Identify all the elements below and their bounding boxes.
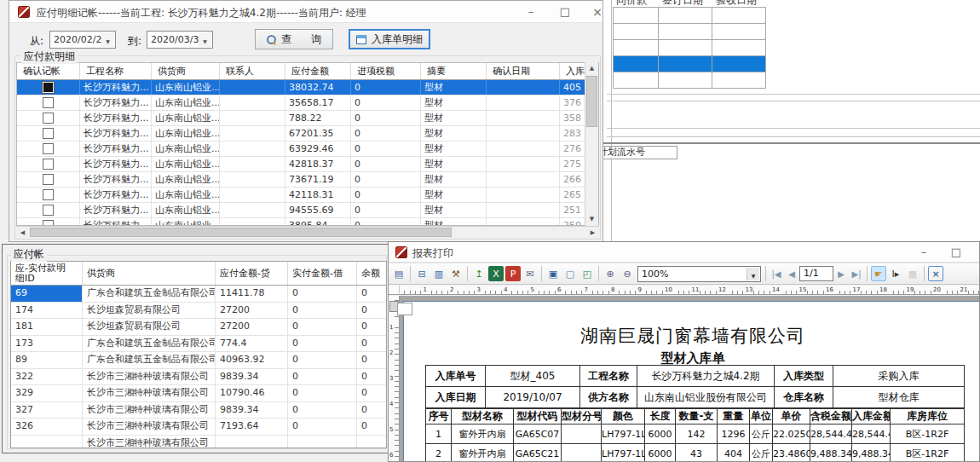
table-row[interactable]: 长沙万科魅力...山东南山铝业...67201.350型材283 (17, 126, 598, 141)
column-header-4[interactable]: 实付金额-借 (288, 262, 357, 285)
title-bar[interactable]: 报表打印 – □ × (389, 242, 979, 263)
confirm-checkbox[interactable] (43, 220, 54, 225)
previous-page-button[interactable]: ◀ (784, 269, 799, 279)
confirm-checkbox[interactable] (43, 113, 54, 124)
query-button[interactable]: 查 询 (255, 29, 333, 49)
detail-column-header: 数量-支 (676, 409, 718, 424)
column-header-9[interactable]: 入库 (560, 63, 586, 79)
export-icon[interactable]: ↥ (471, 266, 487, 281)
column-header-3[interactable]: 应付金额-贷 (216, 262, 288, 285)
vertical-scrollbar[interactable] (585, 62, 598, 226)
last-page-button[interactable]: ▶| (849, 269, 864, 279)
toc-panel-icon[interactable]: ▤ (391, 266, 406, 281)
confirm-checkbox[interactable] (43, 159, 54, 170)
page-corner-handle[interactable] (397, 303, 412, 315)
cell (712, 56, 765, 72)
table-row[interactable]: 327长沙市三湘特种玻璃有限公司9839.3400 (11, 402, 386, 419)
cell-summary: 型材 (421, 80, 487, 95)
table-row[interactable]: 长沙万科魅力...山东南山铝业...94555.690型材251 (17, 203, 598, 218)
table-row[interactable]: 181长沙坦森贸易有限公司2720000 (11, 319, 386, 336)
zoom-in-icon[interactable]: ⊕ (602, 266, 618, 281)
table-row[interactable]: 322长沙市三湘特种玻璃有限公司9839.3400 (11, 369, 386, 386)
export-excel-icon[interactable]: X (488, 266, 504, 281)
scrollbar-thumb[interactable] (586, 76, 597, 127)
chevron-down-icon[interactable] (101, 32, 114, 47)
to-date-combobox[interactable]: 2020/03/31 (147, 31, 213, 49)
table-row[interactable]: 长沙万科魅力...山东南山铝业...38032.740型材405 (17, 80, 598, 95)
close-button[interactable]: × (975, 243, 980, 262)
table-row[interactable]: 长沙万科魅力...山东南山铝业...35658.170型材376 (17, 95, 598, 111)
table-row[interactable]: 长沙市三湘特种玻璃有限公司 (11, 436, 386, 448)
confirm-checkbox[interactable] (43, 82, 54, 93)
confirm-checkbox[interactable] (43, 128, 54, 139)
export-html-icon[interactable]: ◰ (579, 266, 595, 281)
column-header-2[interactable]: 供货商 (83, 262, 216, 285)
maximize-button[interactable]: □ (944, 243, 968, 262)
confirm-checkbox[interactable] (43, 189, 54, 200)
scroll-left-icon[interactable] (16, 227, 29, 238)
column-header-2[interactable]: 工程名称 (80, 63, 152, 79)
design-icon[interactable]: ⚒ (448, 266, 464, 281)
column-header-7[interactable]: 摘要 (421, 63, 487, 79)
page-icon[interactable]: ▢ (562, 266, 578, 281)
first-page-button[interactable]: |◀ (769, 269, 784, 279)
zoom-level-value: 100% (642, 269, 668, 280)
zoom-out-icon[interactable]: ⊖ (620, 266, 635, 281)
table-row[interactable] (614, 40, 765, 56)
title-bar[interactable]: 应付明细记帐------当前工程: 长沙万科魅力之城4.2期------当前用户… (9, 1, 602, 23)
scroll-right-icon[interactable] (586, 227, 599, 238)
table-row[interactable]: 长沙万科魅力...山东南山铝业...73671.190型材266 (17, 172, 598, 188)
from-date-combobox[interactable]: 2020/02/29 (49, 31, 116, 49)
text-select-icon[interactable]: I▸ (888, 266, 903, 281)
column-header-4[interactable]: 联系人 (220, 63, 285, 79)
table-row[interactable]: 长沙万科魅力...山东南山铝业...42818.370型材275 (17, 157, 598, 172)
zoom-level-combobox[interactable]: 100% (637, 266, 761, 282)
chevron-down-icon[interactable] (199, 32, 211, 47)
table-row[interactable]: 69广东合和建筑五金制品有限公司11411.7800 (11, 286, 386, 303)
table-row[interactable]: 长沙万科魅力...山东南山铝业...788.220型材358 (17, 111, 598, 126)
scroll-up-icon[interactable] (585, 62, 598, 75)
table-row[interactable]: 173广东合和建筑五金制品有限公司774.400 (11, 336, 386, 353)
column-header-5[interactable]: 余额 (357, 262, 387, 285)
table-row[interactable] (614, 8, 765, 24)
maximize-button[interactable]: □ (553, 3, 577, 21)
close-button[interactable]: × (585, 3, 609, 21)
copy-page-icon[interactable]: ▦ (905, 266, 920, 281)
export-pdf-icon[interactable]: P (505, 266, 521, 281)
column-header-3[interactable]: 供货商 (152, 63, 220, 79)
save-icon[interactable]: ▣ (545, 266, 561, 281)
print-icon[interactable]: ⊟ (414, 266, 429, 281)
page-setup-icon[interactable]: ▥ (431, 266, 447, 281)
table-row[interactable] (614, 24, 765, 40)
table-row[interactable]: 326长沙市三湘特种玻璃有限公司7193.6400 (11, 419, 386, 436)
column-header-5[interactable]: 应付金额 (285, 63, 351, 79)
confirm-checkbox[interactable] (43, 174, 54, 185)
column-header-8[interactable]: 确认日期 (487, 63, 560, 79)
page-indicator-input[interactable]: 1/1 (799, 266, 833, 281)
inbound-detail-button[interactable]: 入库单明细 (349, 29, 430, 49)
table-row[interactable]: 长沙万科魅力...山东南山铝业...42118.310型材265 (17, 188, 598, 203)
table-row[interactable]: 174长沙坦森贸易有限公司2720000 (11, 303, 386, 320)
email-icon[interactable]: ✉ (522, 266, 538, 281)
table-row[interactable] (614, 72, 765, 89)
close-preview-button[interactable]: × (928, 266, 943, 281)
confirm-checkbox[interactable] (43, 97, 54, 108)
minimize-button[interactable]: – (912, 243, 936, 262)
table-row[interactable] (614, 56, 765, 72)
scrollbar-thumb[interactable] (30, 228, 452, 237)
horizontal-scrollbar[interactable] (16, 226, 599, 238)
next-page-button[interactable]: ▶ (833, 269, 849, 279)
table-row[interactable]: 长沙万科魅力...山东南山铝业...3895.840型材250 (17, 218, 598, 225)
chevron-down-icon[interactable] (747, 268, 759, 280)
column-header-1[interactable]: 确认记帐 (17, 63, 80, 79)
confirm-checkbox[interactable] (43, 205, 54, 216)
table-row[interactable]: 329长沙市三湘特种玻璃有限公司10790.4600 (11, 385, 386, 402)
column-header-1[interactable]: 应-实付款明 细ID (11, 262, 83, 285)
scroll-down-icon[interactable] (585, 213, 598, 226)
minimize-button[interactable]: – (519, 3, 543, 21)
table-row[interactable]: 长沙万科魅力...山东南山铝业...63929.460型材276 (17, 141, 598, 157)
hand-tool-icon[interactable]: ☛ (871, 266, 886, 281)
column-header-6[interactable]: 进项税额 (351, 63, 421, 79)
confirm-checkbox[interactable] (43, 143, 54, 154)
table-row[interactable]: 89广东合和建筑五金制品有限公司40963.9200 (11, 352, 386, 369)
